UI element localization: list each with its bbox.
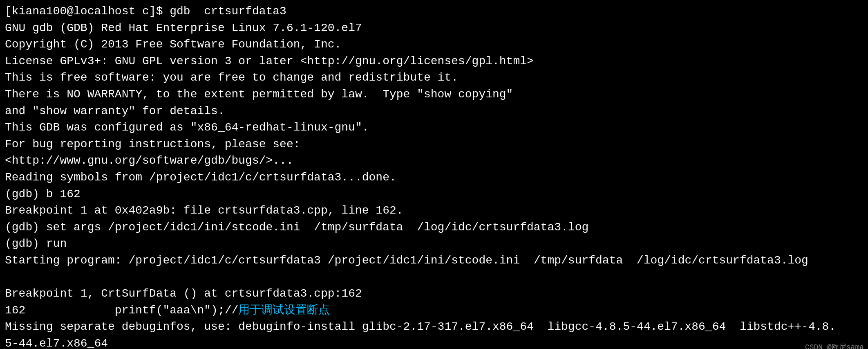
terminal-line-1: [kiana100@localhost c]$ gdb crtsurfdata3 (5, 3, 863, 20)
terminal-line-empty (5, 269, 863, 286)
terminal-line-4: License GPLv3+: GNU GPL version 3 or lat… (5, 53, 863, 70)
terminal-line-12: (gdb) b 162 (5, 186, 863, 203)
terminal-line-5: This is free software: you are free to c… (5, 70, 863, 86)
terminal-window: [kiana100@localhost c]$ gdb crtsurfdata3… (5, 3, 863, 349)
terminal-line-10: <http://www.gnu.org/software/gdb/bugs/>.… (5, 153, 863, 169)
watermark: CSDN @欧尼sama (805, 342, 864, 349)
terminal-line-21: 5-44.el7.x86_64 (5, 335, 863, 349)
terminal-line-18: Breakpoint 1, CrtSurfData () at crtsurfd… (5, 286, 863, 302)
terminal-line-16: Starting program: /project/idc1/c/crtsur… (5, 252, 863, 269)
terminal-line-3: Copyright (C) 2013 Free Software Foundat… (5, 36, 863, 53)
terminal-line-7: and "show warranty" for details. (5, 103, 863, 120)
terminal-line-19-chinese: 用于调试设置断点 (238, 304, 330, 317)
terminal-line-15: (gdb) run (5, 236, 863, 252)
terminal-line-8: This GDB was configured as "x86_64-redha… (5, 119, 863, 136)
terminal-line-19-normal: 162 printf("aaa\n");// (5, 304, 238, 317)
terminal-line-6: There is NO WARRANTY, to the extent perm… (5, 86, 863, 103)
terminal-line-19: 162 printf("aaa\n");//用于调试设置断点 (5, 302, 863, 319)
terminal-line-11: Reading symbols from /project/idc1/c/crt… (5, 169, 863, 186)
terminal-line-9: For bug reporting instructions, please s… (5, 136, 863, 153)
terminal-line-2: GNU gdb (GDB) Red Hat Enterprise Linux 7… (5, 20, 863, 37)
terminal-line-14: (gdb) set args /project/idc1/ini/stcode.… (5, 219, 863, 236)
terminal-line-13: Breakpoint 1 at 0x402a9b: file crtsurfda… (5, 203, 863, 219)
terminal-line-20: Missing separate debuginfos, use: debugi… (5, 319, 863, 335)
